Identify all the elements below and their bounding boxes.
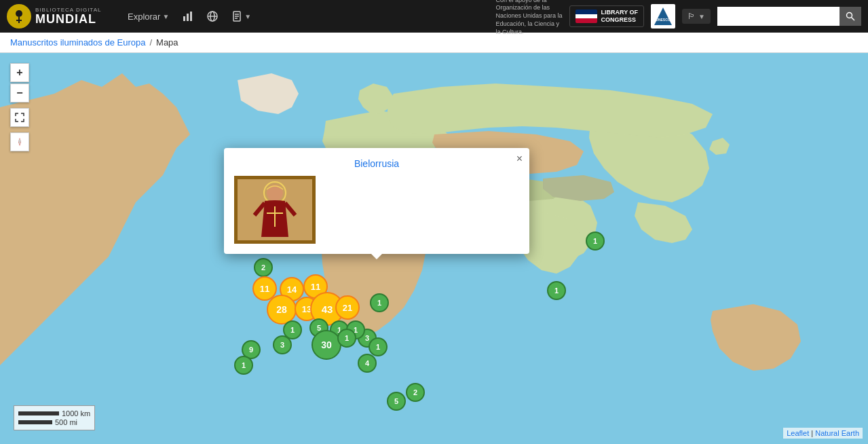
nav-docs-arrow: ▼ bbox=[244, 13, 251, 20]
popup: × Bielorrusia bbox=[224, 148, 529, 254]
scale-km: 1000 km bbox=[18, 409, 90, 418]
svg-rect-5 bbox=[190, 12, 192, 21]
map-controls: + − bbox=[10, 63, 29, 151]
logo-area: BIBLIOTECA DIGITAL MUNDIAL bbox=[7, 4, 115, 29]
search-button[interactable] bbox=[839, 7, 861, 26]
logo-icon bbox=[7, 4, 31, 29]
nav-charts[interactable] bbox=[177, 8, 199, 24]
partner-logos: Con el apoyo de laOrganización de lasNac… bbox=[496, 0, 861, 36]
natural-earth-link[interactable]: Natural Earth bbox=[815, 429, 859, 437]
loc-name: LIBRARY OFCONGRESS bbox=[601, 9, 639, 24]
cluster-1-3[interactable]: 1 bbox=[234, 356, 253, 375]
cluster-21[interactable]: 21 bbox=[335, 295, 360, 320]
flag-icon: 🏳 bbox=[687, 12, 696, 21]
cluster-4[interactable]: 4 bbox=[358, 354, 377, 373]
unesco-logo: UNESCO bbox=[651, 4, 675, 29]
nav-explorar[interactable]: Explorar ▼ bbox=[122, 9, 174, 24]
zoom-out-button[interactable]: − bbox=[10, 84, 29, 103]
breadcrumb-separator: / bbox=[149, 37, 152, 48]
map-container[interactable]: + − 2 11 14 11 28 13 43 21 1 3 5 1 30 3 … bbox=[0, 53, 868, 444]
loc-flag bbox=[575, 10, 597, 23]
cluster-30[interactable]: 30 bbox=[312, 330, 341, 360]
cluster-1-9[interactable]: 1 bbox=[586, 232, 605, 251]
scale-mi: 500 mi bbox=[18, 418, 90, 426]
svg-rect-3 bbox=[183, 16, 185, 21]
svg-line-16 bbox=[852, 18, 855, 21]
flag-dropdown[interactable]: 🏳 ▼ bbox=[682, 9, 711, 24]
svg-text:UNESCO: UNESCO bbox=[656, 18, 671, 22]
zoom-in-button[interactable]: + bbox=[10, 63, 29, 82]
header: BIBLIOTECA DIGITAL MUNDIAL Explorar ▼ ▼ … bbox=[0, 0, 868, 33]
breadcrumb-current: Mapa bbox=[156, 37, 178, 48]
nav-explorar-arrow: ▼ bbox=[162, 13, 169, 20]
logo-text-area: BIBLIOTECA DIGITAL MUNDIAL bbox=[35, 7, 101, 25]
nav-globe[interactable] bbox=[202, 8, 223, 24]
popup-image bbox=[234, 176, 316, 244]
scale-bar: 1000 km 500 mi bbox=[14, 405, 95, 430]
popup-title: Bielorrusia bbox=[234, 158, 519, 169]
breadcrumb-link[interactable]: Manuscritos iluminados de Europa bbox=[10, 37, 145, 48]
compass-button[interactable] bbox=[10, 132, 29, 151]
svg-marker-19 bbox=[18, 138, 21, 145]
svg-rect-4 bbox=[187, 14, 189, 21]
cluster-1-7[interactable]: 1 bbox=[369, 337, 388, 356]
unesco-text-area: Con el apoyo de laOrganización de lasNac… bbox=[496, 0, 563, 36]
cluster-2-1[interactable]: 2 bbox=[254, 258, 273, 277]
cluster-1-8[interactable]: 1 bbox=[547, 281, 566, 300]
popup-close-button[interactable]: × bbox=[516, 153, 523, 164]
svg-point-0 bbox=[16, 10, 22, 17]
logo-bottom: MUNDIAL bbox=[35, 13, 101, 25]
nav-docs[interactable]: ▼ bbox=[226, 8, 257, 24]
cluster-3-1[interactable]: 3 bbox=[273, 335, 292, 354]
flag-arrow: ▼ bbox=[698, 13, 705, 20]
cluster-1-6[interactable]: 1 bbox=[370, 293, 389, 312]
cluster-1-5[interactable]: 1 bbox=[337, 329, 356, 348]
search-input[interactable] bbox=[717, 7, 839, 26]
scale-ruler-km bbox=[18, 411, 59, 415]
svg-marker-13 bbox=[654, 7, 672, 25]
loc-logo[interactable]: LIBRARY OFCONGRESS bbox=[569, 5, 645, 27]
scale-ruler-mi bbox=[18, 420, 52, 424]
expand-button[interactable] bbox=[10, 108, 29, 127]
attribution: Leaflet | Natural Earth bbox=[783, 428, 863, 439]
leaflet-link[interactable]: Leaflet bbox=[787, 429, 809, 437]
search-area bbox=[717, 7, 861, 26]
nav-area: Explorar ▼ ▼ bbox=[122, 8, 257, 24]
cluster-5-2[interactable]: 5 bbox=[387, 392, 406, 411]
cluster-2-2[interactable]: 2 bbox=[406, 383, 425, 402]
svg-point-15 bbox=[847, 13, 852, 18]
